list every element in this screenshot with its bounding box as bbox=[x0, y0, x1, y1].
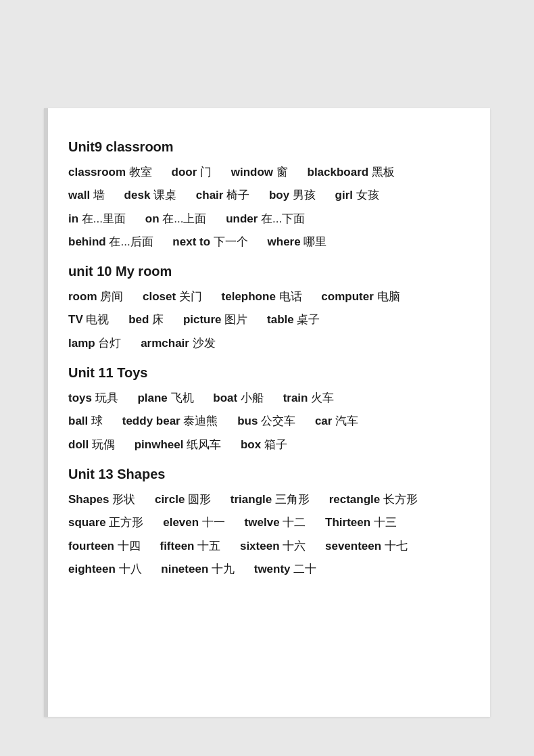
section-title-unit9: Unit9 classroom bbox=[68, 139, 470, 155]
vocab-line-unit9-3: behind 在...后面 next to 下一个 where 哪里 bbox=[68, 231, 470, 253]
page-container: Unit9 classroomclassroom 教室 door 门 windo… bbox=[44, 108, 490, 717]
vocab-line-unit13-0: Shapes 形状 circle 圆形 triangle 三角形 rectang… bbox=[68, 489, 470, 511]
vocab-en-unit11-0-0: toys bbox=[68, 392, 95, 404]
vocab-en-unit13-2-1: fifteen bbox=[160, 540, 197, 552]
vocab-line-unit9-0: classroom 教室 door 门 window 窗 blackboard … bbox=[68, 162, 470, 183]
vocab-line-unit13-2: fourteen 十四 fifteen 十五 sixteen 十六 sevent… bbox=[68, 536, 470, 557]
vocab-en-unit11-1-3: car bbox=[315, 415, 335, 427]
vocab-en-unit11-1-1: teddy bear bbox=[122, 415, 184, 427]
vocab-zh-unit13-3-0: 十八 bbox=[119, 563, 145, 575]
vocab-line-unit9-1: wall 墙 desk 课桌 chair 椅子 boy 男孩 girl 女孩 bbox=[68, 185, 470, 206]
vocab-en-unit13-3-0: eighteen bbox=[68, 563, 119, 575]
vocab-en-unit11-2-1: pinwheel bbox=[135, 438, 187, 451]
vocab-en-unit10-2-0: lamp bbox=[68, 337, 98, 350]
vocab-zh-unit10-1-0: 电视 bbox=[86, 313, 112, 326]
vocab-en-unit11-0-1: plane bbox=[137, 392, 170, 404]
vocab-zh-unit9-0-3: 黑板 bbox=[372, 166, 395, 179]
vocab-line-unit11-0: toys 玩具 plane 飞机 boat 小船 train 火车 bbox=[68, 387, 470, 409]
vocab-en-unit9-3-2: where bbox=[268, 235, 304, 248]
vocab-en-unit13-2-3: seventeen bbox=[325, 540, 385, 552]
vocab-en-unit13-1-0: square bbox=[68, 516, 109, 529]
vocab-line-unit10-2: lamp 台灯 armchair 沙发 bbox=[68, 333, 470, 354]
vocab-zh-unit13-1-1: 十一 bbox=[202, 516, 228, 529]
vocab-zh-unit10-1-2: 图片 bbox=[224, 313, 251, 326]
vocab-zh-unit9-2-1: 在...上面 bbox=[162, 212, 210, 225]
vocab-en-unit10-2-1: armchair bbox=[141, 337, 193, 350]
vocab-zh-unit10-0-2: 电话 bbox=[279, 290, 306, 303]
vocab-en-unit13-3-1: nineteen bbox=[161, 563, 212, 575]
vocab-zh-unit9-2-2: 在...下面 bbox=[261, 212, 305, 225]
vocab-en-unit13-2-2: sixteen bbox=[240, 540, 283, 552]
section-unit11: Unit 11 Toystoys 玩具 plane 飞机 boat 小船 tra… bbox=[68, 365, 470, 461]
vocab-line-unit11-2: doll 玩偶 pinwheel 纸风车 box 箱子 bbox=[68, 434, 470, 456]
vocab-en-unit10-1-3: table bbox=[267, 313, 297, 326]
vocab-en-unit11-1-2: bus bbox=[237, 415, 261, 427]
vocab-en-unit9-0-3: blackboard bbox=[308, 166, 372, 179]
vocab-zh-unit13-2-1: 十五 bbox=[197, 540, 224, 552]
vocab-en-unit13-0-0: Shapes bbox=[68, 493, 112, 506]
vocab-zh-unit10-0-3: 电脑 bbox=[377, 290, 400, 303]
section-title-unit10: unit 10 My room bbox=[68, 264, 470, 279]
vocab-zh-unit11-1-2: 公交车 bbox=[261, 415, 299, 427]
vocab-zh-unit11-0-0: 玩具 bbox=[95, 392, 122, 404]
vocab-zh-unit10-2-0: 台灯 bbox=[98, 337, 124, 350]
vocab-zh-unit13-0-1: 圆形 bbox=[188, 493, 214, 506]
vocab-en-unit13-0-3: rectangle bbox=[329, 493, 383, 506]
vocab-en-unit10-1-2: picture bbox=[183, 313, 224, 326]
vocab-en-unit10-1-1: bed bbox=[128, 313, 152, 326]
vocab-zh-unit9-0-0: 教室 bbox=[129, 166, 155, 179]
vocab-zh-unit9-1-1: 课桌 bbox=[153, 189, 180, 202]
vocab-zh-unit13-1-2: 十二 bbox=[283, 516, 309, 529]
vocab-en-unit11-2-2: box bbox=[241, 438, 264, 451]
vocab-zh-unit9-3-2: 哪里 bbox=[304, 235, 326, 248]
vocab-zh-unit11-0-3: 火车 bbox=[311, 392, 334, 404]
vocab-line-unit13-3: eighteen 十八 nineteen 十九 twenty 二十 bbox=[68, 559, 470, 580]
vocab-zh-unit13-3-1: 十九 bbox=[212, 563, 238, 575]
vocab-zh-unit11-1-0: 球 bbox=[91, 415, 106, 427]
vocab-zh-unit9-1-0: 墙 bbox=[93, 189, 108, 202]
vocab-zh-unit10-0-0: 房间 bbox=[100, 290, 126, 303]
vocab-line-unit9-2: in 在...里面 on 在...上面 under 在...下面 bbox=[68, 208, 470, 230]
vocab-en-unit9-1-4: girl bbox=[335, 189, 356, 202]
vocab-zh-unit9-0-1: 门 bbox=[200, 166, 215, 179]
section-unit13: Unit 13 ShapesShapes 形状 circle 圆形 triang… bbox=[68, 467, 470, 580]
vocab-en-unit9-2-0: in bbox=[68, 212, 82, 225]
vocab-zh-unit10-1-1: 床 bbox=[152, 313, 167, 326]
vocab-en-unit9-0-2: window bbox=[231, 166, 276, 179]
vocab-zh-unit11-2-2: 箱子 bbox=[264, 438, 287, 451]
vocab-line-unit13-1: square 正方形 eleven 十一 twelve 十二 Thirteen … bbox=[68, 512, 470, 534]
vocab-en-unit9-3-0: behind bbox=[68, 235, 109, 248]
vocab-zh-unit13-1-3: 十三 bbox=[374, 516, 397, 529]
vocab-en-unit13-0-2: triangle bbox=[230, 493, 275, 506]
vocab-en-unit10-0-3: computer bbox=[321, 290, 377, 303]
vocab-line-unit11-1: ball 球 teddy bear 泰迪熊 bus 公交车 car 汽车 bbox=[68, 410, 470, 432]
vocab-zh-unit13-0-2: 三角形 bbox=[275, 493, 313, 506]
vocab-zh-unit13-0-0: 形状 bbox=[112, 493, 139, 506]
vocab-en-unit9-3-1: next to bbox=[172, 235, 213, 248]
vocab-zh-unit13-2-2: 十六 bbox=[283, 540, 309, 552]
vocab-zh-unit13-0-3: 长方形 bbox=[383, 493, 418, 506]
vocab-zh-unit13-2-0: 十四 bbox=[118, 540, 144, 552]
vocab-en-unit13-2-0: fourteen bbox=[68, 540, 118, 552]
vocab-zh-unit9-1-3: 男孩 bbox=[293, 189, 319, 202]
vocab-zh-unit9-1-4: 女孩 bbox=[356, 189, 379, 202]
vocab-en-unit9-0-1: door bbox=[172, 166, 201, 179]
vocab-zh-unit11-0-1: 飞机 bbox=[171, 392, 197, 404]
vocab-en-unit13-3-2: twenty bbox=[254, 563, 294, 575]
vocab-zh-unit11-1-3: 汽车 bbox=[335, 415, 358, 427]
vocab-en-unit9-0-0: classroom bbox=[68, 166, 129, 179]
section-unit9: Unit9 classroomclassroom 教室 door 门 windo… bbox=[68, 139, 470, 258]
vocab-en-unit10-0-2: telephone bbox=[222, 290, 279, 303]
vocab-en-unit11-0-3: train bbox=[283, 392, 312, 404]
vocab-en-unit10-0-1: closet bbox=[143, 290, 179, 303]
vocab-en-unit9-1-2: chair bbox=[196, 189, 226, 202]
vocab-en-unit9-1-3: boy bbox=[269, 189, 293, 202]
vocab-zh-unit13-1-0: 正方形 bbox=[109, 516, 147, 529]
vocab-zh-unit9-0-2: 窗 bbox=[276, 166, 291, 179]
vocab-en-unit13-0-1: circle bbox=[155, 493, 188, 506]
vocab-en-unit9-1-1: desk bbox=[124, 189, 153, 202]
vocab-en-unit10-0-0: room bbox=[68, 290, 100, 303]
vocab-zh-unit11-0-2: 小船 bbox=[241, 392, 267, 404]
vocab-en-unit11-2-0: doll bbox=[68, 438, 92, 451]
vocab-zh-unit9-1-2: 椅子 bbox=[226, 189, 253, 202]
